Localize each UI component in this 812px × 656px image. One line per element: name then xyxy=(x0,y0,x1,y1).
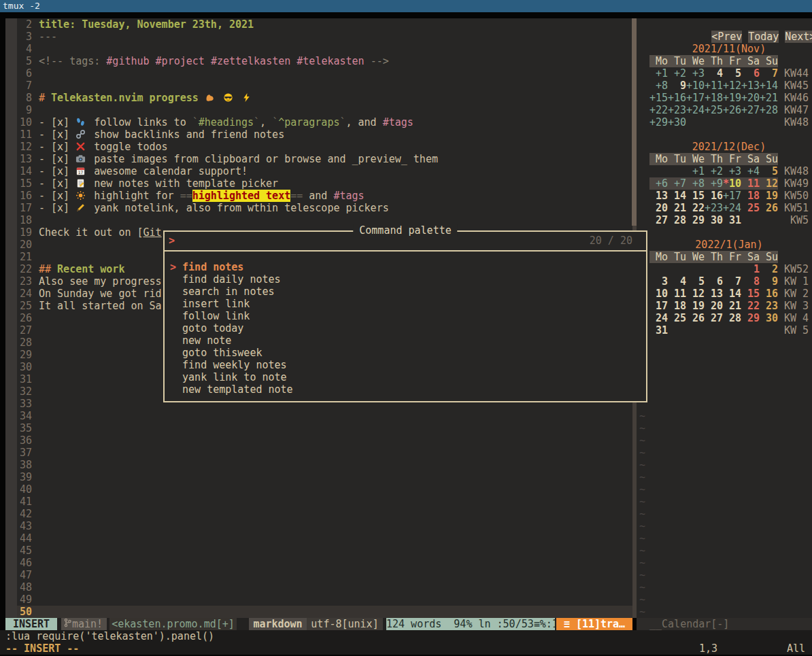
calendar-day[interactable]: 13 xyxy=(705,288,723,300)
calendar-day[interactable]: 8 xyxy=(741,275,760,288)
calendar-day[interactable]: 30 xyxy=(760,312,778,324)
buffer-line[interactable]: 18 xyxy=(17,214,632,226)
buffer-line[interactable]: 4 xyxy=(17,43,632,55)
palette-item[interactable]: yank link to note xyxy=(165,371,646,383)
calendar-day[interactable]: +9 xyxy=(705,177,723,190)
calendar-today-button[interactable]: Today xyxy=(748,31,779,43)
calendar-day[interactable]: +21 xyxy=(760,92,778,104)
calendar-day[interactable]: +30 xyxy=(668,116,686,128)
buffer-line[interactable]: 8# Telekasten.nvim progress xyxy=(17,92,632,104)
calendar-day[interactable]: +7 xyxy=(668,177,686,190)
calendar-day[interactable]: 2 xyxy=(760,263,778,275)
calendar-day[interactable]: 29 xyxy=(741,312,760,324)
calendar-day[interactable]: 22 xyxy=(686,202,705,214)
calendar-day[interactable]: 9 xyxy=(668,80,686,92)
calendar-day[interactable]: 25 xyxy=(741,202,760,214)
calendar-day[interactable]: 5 xyxy=(686,275,705,288)
calendar-day[interactable]: 14 xyxy=(668,190,686,202)
calendar-day[interactable]: 13 xyxy=(649,190,668,202)
buffer-line[interactable]: 46 xyxy=(17,557,632,569)
calendar-day[interactable]: 15 xyxy=(741,288,760,300)
calendar-day[interactable]: 10 xyxy=(649,288,668,300)
calendar-day[interactable]: 31 xyxy=(649,324,668,336)
calendar-day[interactable]: 28 xyxy=(723,312,741,324)
calendar-next-button[interactable]: Next> xyxy=(785,31,812,43)
buffer-line[interactable]: 14- [x] 17 awesome calendar support! xyxy=(17,165,632,177)
calendar-day[interactable]: 5 xyxy=(723,67,741,80)
calendar-day[interactable]: 28 xyxy=(668,214,686,226)
buffer-line[interactable]: 7 xyxy=(17,80,632,92)
calendar-day[interactable]: 29 xyxy=(686,214,705,226)
calendar-day[interactable]: 31 xyxy=(723,214,741,226)
buffer-line[interactable]: 16- [x] highlight for ==highlighted text… xyxy=(17,190,632,202)
calendar-day[interactable]: 12 xyxy=(686,288,705,300)
buffer-line[interactable]: 38 xyxy=(17,459,632,471)
buffer-line[interactable]: 37 xyxy=(17,447,632,459)
buffer-line[interactable]: 11- [x] show backlinks and friend notes xyxy=(17,128,632,141)
calendar-day[interactable]: 30 xyxy=(705,214,723,226)
calendar-day[interactable]: +19 xyxy=(723,92,741,104)
calendar-day[interactable]: 1 xyxy=(741,263,760,275)
calendar-day[interactable]: +1 xyxy=(686,165,705,177)
palette-item[interactable]: follow link xyxy=(165,310,646,322)
calendar-day[interactable]: +16 xyxy=(668,92,686,104)
calendar-day[interactable]: 25 xyxy=(668,312,686,324)
calendar-day[interactable]: +3 xyxy=(723,165,741,177)
calendar-day[interactable]: 16 xyxy=(705,190,723,202)
calendar-day[interactable]: 16 xyxy=(760,288,778,300)
buffer-line[interactable]: 47 xyxy=(17,569,632,581)
calendar-day[interactable]: +8 xyxy=(686,177,705,190)
buffer-line[interactable]: 12- [x] toggle todos xyxy=(17,141,632,153)
calendar-day[interactable]: 20 xyxy=(649,202,668,214)
calendar-day[interactable]: 6 xyxy=(741,67,760,80)
calendar-day[interactable]: 18 xyxy=(741,190,760,202)
palette-item[interactable]: find daily notes xyxy=(165,273,646,286)
calendar-day[interactable]: +3 xyxy=(686,67,705,80)
calendar-prev-button[interactable]: <Prev xyxy=(711,31,742,43)
calendar-day[interactable]: +23 xyxy=(705,202,723,214)
calendar-day[interactable]: 22 xyxy=(741,300,760,312)
calendar-day[interactable]: +24 xyxy=(686,104,705,116)
buffer-line[interactable]: 2title: Tuesday, November 23th, 2021 xyxy=(17,18,632,31)
calendar-day[interactable]: +23 xyxy=(668,104,686,116)
calendar-day[interactable]: +15 xyxy=(649,92,668,104)
calendar-day[interactable]: 18 xyxy=(668,300,686,312)
calendar-day[interactable]: 26 xyxy=(760,202,778,214)
buffer-line[interactable]: 6 xyxy=(17,67,632,80)
calendar-day[interactable]: +11 xyxy=(705,80,723,92)
calendar-day[interactable]: +17 xyxy=(723,190,741,202)
calendar-day[interactable]: +20 xyxy=(741,92,760,104)
calendar-day[interactable]: 24 xyxy=(649,312,668,324)
calendar-day[interactable]: +17 xyxy=(686,92,705,104)
palette-prompt-input[interactable]: > 20 / 20 xyxy=(165,232,646,252)
calendar-day[interactable]: 12 xyxy=(760,177,778,190)
calendar-day[interactable]: +8 xyxy=(649,80,668,92)
calendar-day[interactable]: +18 xyxy=(705,92,723,104)
palette-item[interactable]: new templated note xyxy=(165,383,646,396)
buffer-line[interactable]: 48 xyxy=(17,581,632,593)
buffer-line[interactable]: 44 xyxy=(17,532,632,545)
calendar-day[interactable]: +6 xyxy=(649,177,668,190)
buffer-line[interactable]: 13- [x] paste images from clipboard or b… xyxy=(17,153,632,165)
calendar-day[interactable]: +25 xyxy=(705,104,723,116)
buffer-line[interactable]: 41 xyxy=(17,496,632,508)
calendar-day[interactable]: +2 xyxy=(668,67,686,80)
calendar-day[interactable]: +27 xyxy=(741,104,760,116)
buffer-line[interactable]: 50 xyxy=(17,606,632,618)
calendar-day[interactable]: +2 xyxy=(705,165,723,177)
buffer-line[interactable]: 10- [x] follow links to `#headings`, `^p… xyxy=(17,116,632,128)
calendar-day[interactable]: 15 xyxy=(686,190,705,202)
calendar-day[interactable]: 19 xyxy=(686,300,705,312)
command-line[interactable]: :lua require('telekasten').panel() xyxy=(0,630,812,642)
calendar-day[interactable]: +1 xyxy=(649,67,668,80)
calendar-day[interactable]: 11 xyxy=(668,288,686,300)
calendar-day[interactable]: +22 xyxy=(649,104,668,116)
calendar-day[interactable]: *10 xyxy=(723,177,741,190)
buffer-line[interactable]: 40 xyxy=(17,483,632,496)
palette-item[interactable]: insert link xyxy=(165,298,646,310)
palette-item[interactable]: search in notes xyxy=(165,286,646,298)
calendar-day[interactable]: 7 xyxy=(760,67,778,80)
calendar-day[interactable]: 4 xyxy=(668,275,686,288)
calendar-day[interactable]: 21 xyxy=(668,202,686,214)
calendar-day[interactable]: 4 xyxy=(705,67,723,80)
